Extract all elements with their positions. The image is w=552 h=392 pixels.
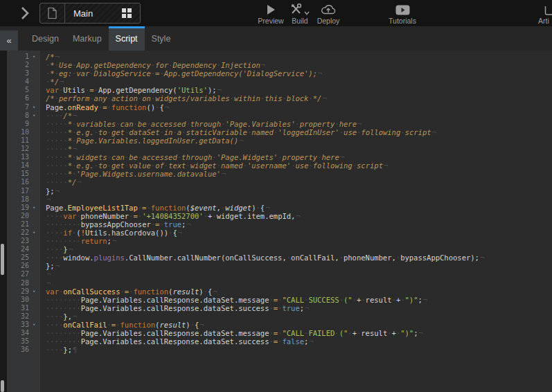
collapse-panel-icon: « [6, 35, 11, 46]
fold-marker[interactable]: ▾ [29, 321, 39, 329]
deploy-button[interactable]: Deploy [312, 3, 345, 25]
end-of-line-mark: ¬ [68, 245, 73, 253]
code-token: "CALL [282, 329, 304, 337]
gutter-cell: 22▾ [7, 229, 40, 237]
code-text: ·····*·variables·can·be·accessed·through… [40, 120, 362, 128]
gutter-cell: 20 [7, 212, 40, 220]
gutter-cell: 26 [7, 262, 40, 270]
tab-style[interactable]: Style [145, 26, 178, 51]
line-number: 6 [7, 94, 29, 103]
code-line: 24····}¬ [7, 245, 552, 253]
fold-marker[interactable]: ▾ [29, 287, 39, 296]
fold-marker[interactable]: ▾ [29, 103, 39, 112]
page-document-icon [40, 3, 65, 23]
line-number: 3 [7, 69, 29, 78]
code-text: ·····*·e.g.·to·get·value·of·text·widget·… [40, 161, 388, 170]
gutter-cell: 32 [7, 312, 40, 321]
caret-down-icon[interactable] [304, 11, 310, 15]
code-token: Utils [63, 86, 85, 94]
code-token: result [159, 321, 186, 329]
code-token: /* [63, 112, 72, 120]
end-of-line-mark: ¬ [221, 170, 226, 178]
end-of-line-mark: ¬ [260, 61, 265, 69]
tab-design[interactable]: Design [25, 26, 66, 51]
top-toolbar: Main Preview [0, 0, 552, 26]
cloud-upload-icon [321, 3, 336, 15]
end-of-line-mark: ¬ [422, 296, 427, 304]
fold-spacer [29, 178, 39, 186]
code-token: be [138, 120, 147, 128]
artifacts-button[interactable]: Arti [538, 3, 552, 25]
fold-spacer [29, 145, 39, 153]
gutter-cell: 12 [7, 145, 40, 153]
code-token: property [300, 120, 335, 128]
end-of-line-mark: ¬ [295, 212, 300, 220]
code-text: /*¬ [40, 53, 60, 61]
code-text: ····};¶ [40, 346, 77, 354]
code-line: 23········return;¬ [7, 237, 552, 245]
code-text: ·····*/¬ [40, 178, 82, 186]
preview-button[interactable]: Preview [255, 3, 287, 25]
video-tutorials-icon [395, 3, 410, 15]
code-token: property [283, 153, 318, 161]
code-line: 6/*·perform·any·action·on·widgets/variab… [7, 94, 552, 103]
line-number: 9 [7, 120, 29, 128]
code-token: */ [313, 94, 322, 103]
code-token: ; [413, 329, 418, 337]
page-selector[interactable]: Main [39, 3, 141, 24]
line-number: 25 [7, 253, 29, 262]
code-token: get [112, 128, 125, 136]
fold-marker[interactable]: ▾ [29, 204, 39, 212]
play-icon [267, 3, 276, 15]
code-line: 11·····*·Page.Variables.loggedInUser.get… [7, 136, 552, 145]
code-token: 'Page.Widgets.username.datavalue' [76, 170, 221, 178]
code-token: }; [46, 187, 55, 195]
fold-spacer [29, 187, 39, 195]
line-number: 27 [7, 270, 29, 278]
line-number: 26 [7, 262, 29, 270]
scrollbar-thumb[interactable] [1, 380, 4, 392]
collapse-panel-button[interactable]: « [0, 30, 18, 51]
code-line: 31········Page.Variables.callResponse.da… [7, 304, 552, 312]
gutter-cell: 34 [7, 329, 40, 337]
fold-marker[interactable]: ▾ [29, 53, 39, 61]
code-token: (" [344, 296, 353, 304]
fold-spacer [29, 262, 39, 270]
code-token: Page.Variables.callResponse.dataSet.mess… [81, 296, 269, 304]
code-line: 27¬ [7, 270, 552, 278]
code-token: bypassAppChooser [81, 220, 151, 229]
build-button[interactable]: Build [285, 3, 314, 25]
code-token: onCallFail, [291, 253, 339, 262]
code-token: script [405, 128, 431, 136]
code-line: 14·····*·e.g.·to·get·value·of·text·widge… [7, 161, 552, 170]
code-line: 26};¬ [7, 262, 552, 270]
tab-script[interactable]: Script [109, 26, 145, 51]
tab-markup[interactable]: Markup [66, 26, 109, 51]
code-token: SUCCESS [308, 296, 339, 304]
line-number: 33 [7, 321, 29, 329]
code-token: window. [63, 253, 94, 262]
pages-grid-button[interactable] [114, 3, 140, 23]
tutorials-button[interactable]: Tutorials [382, 3, 422, 25]
code-line: 8▾····/*¬ [7, 112, 552, 120]
chevron-right-icon[interactable] [19, 6, 30, 21]
code-token: EmployeeList1Tap [68, 204, 138, 212]
code-line: 19▾Page.EmployeeList1Tap·=·function($eve… [7, 204, 552, 212]
line-number: 2 [7, 61, 29, 69]
end-of-line-mark: ¬ [321, 94, 326, 103]
fold-marker[interactable]: ▾ [29, 112, 39, 120]
scrollbar-thumb[interactable] [1, 244, 4, 275]
code-token: on [142, 94, 151, 103]
gutter-cell: 19▾ [7, 204, 40, 212]
code-token: true [164, 220, 181, 229]
build-tools-icon [290, 3, 302, 15]
fold-marker[interactable]: ▾ [29, 229, 39, 237]
code-text: ········bypassAppChooser·=·true;¬ [40, 220, 191, 229]
script-editor[interactable]: 1▾/*¬2·*·Use·App.getDependency·for·Depen… [7, 51, 552, 392]
code-token: function [121, 321, 156, 329]
line-number: 17 [7, 187, 29, 195]
code-line: 21········bypassAppChooser·=·true;¬ [7, 220, 552, 229]
fold-spacer [29, 337, 39, 346]
fold-spacer [29, 161, 39, 170]
code-token: "CALL [282, 296, 304, 304]
